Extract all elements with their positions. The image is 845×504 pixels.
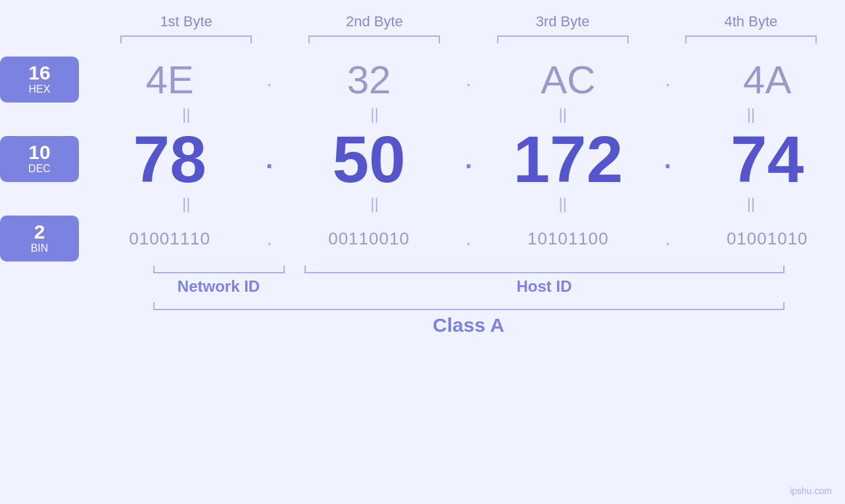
byte1-header: 1st Byte — [120, 13, 252, 30]
dec-row: 10 DEC 78 . 50 . 172 . 74 — [0, 126, 845, 192]
hex-row: 16 HEX 4E . 32 . AC . 4A — [0, 57, 845, 103]
hex-val-1: 4E — [104, 57, 235, 103]
host-id-label: Host ID — [517, 277, 572, 296]
dec-badge-container: 10 DEC — [0, 136, 92, 182]
dec-val-2: 50 — [303, 126, 435, 192]
bin-base-number: 2 — [34, 222, 45, 242]
dec-dot-2: . — [458, 145, 478, 174]
byte2-header: 2nd Byte — [308, 13, 440, 30]
bin-dot-3: . — [658, 227, 677, 250]
class-bracket — [153, 302, 785, 310]
bin-dot-2: . — [458, 227, 478, 250]
dec-dot-1: . — [260, 145, 279, 174]
equals-row-1: || || || || — [0, 106, 845, 122]
eq1-4: || — [685, 106, 817, 122]
hex-values: 4E . 32 . AC . 4A — [92, 57, 845, 103]
byte3-header: 3rd Byte — [497, 13, 629, 30]
hex-val-4: 4A — [702, 57, 833, 103]
bin-val-4: 01001010 — [702, 229, 833, 249]
top-brackets — [0, 35, 845, 43]
eq1-3: || — [497, 106, 629, 122]
class-a-label: Class A — [153, 314, 785, 336]
hex-val-2: 32 — [303, 57, 435, 103]
bracket-groups: Network ID Host ID — [153, 265, 785, 296]
hex-badge: 16 HEX — [0, 57, 79, 103]
eq2-2: || — [308, 196, 440, 212]
eq2-3: || — [497, 196, 629, 212]
byte4-header: 4th Byte — [685, 13, 817, 30]
dec-base-number: 10 — [28, 143, 50, 162]
eq2-1: || — [120, 196, 252, 212]
bracket-top-2 — [308, 35, 440, 43]
bracket-top-1 — [120, 35, 252, 43]
bin-val-2: 00110010 — [303, 229, 435, 249]
dec-val-1: 78 — [104, 126, 235, 192]
bin-values: 01001110 . 00110010 . 10101100 . 0100101… — [92, 227, 845, 250]
hex-badge-container: 16 HEX — [0, 57, 92, 103]
network-id-group: Network ID — [153, 265, 285, 296]
hex-dot-1: . — [260, 68, 279, 91]
hex-val-3: AC — [502, 57, 634, 103]
hex-dot-2: . — [458, 68, 478, 91]
bracket-top-4 — [685, 35, 817, 43]
bracket-top-3 — [497, 35, 629, 43]
eq1-1: || — [120, 106, 252, 122]
dec-val-3: 172 — [502, 126, 634, 192]
dec-values: 78 . 50 . 172 . 74 — [92, 126, 845, 192]
hex-dot-3: . — [658, 68, 677, 91]
bin-row: 2 BIN 01001110 . 00110010 . 10101100 . 0… — [0, 216, 845, 262]
eq2-4: || — [685, 196, 817, 212]
bin-val-1: 01001110 — [104, 229, 235, 249]
bin-val-3: 10101100 — [502, 229, 634, 249]
hex-base-label: HEX — [29, 83, 51, 95]
host-id-bracket — [304, 265, 785, 273]
host-id-group: Host ID — [304, 265, 785, 296]
bin-base-label: BIN — [31, 242, 49, 254]
bin-badge-container: 2 BIN — [0, 216, 92, 262]
bin-badge: 2 BIN — [0, 216, 79, 262]
class-section: Class A — [61, 302, 785, 336]
hex-base-number: 16 — [28, 63, 50, 83]
dec-val-4: 74 — [702, 126, 833, 192]
bin-dot-1: . — [260, 227, 279, 250]
watermark: ipshu.com — [790, 486, 832, 496]
dec-dot-3: . — [658, 145, 677, 174]
dec-base-label: DEC — [28, 162, 51, 175]
dec-badge: 10 DEC — [0, 136, 79, 182]
equals-row-2: || || || || — [0, 196, 845, 212]
bottom-brackets-section: Network ID Host ID — [61, 265, 785, 296]
network-id-bracket — [153, 265, 285, 273]
eq1-2: || — [308, 106, 440, 122]
main-container: 1st Byte 2nd Byte 3rd Byte 4th Byte 16 H… — [0, 0, 845, 504]
byte-headers: 1st Byte 2nd Byte 3rd Byte 4th Byte — [0, 13, 845, 30]
network-id-label: Network ID — [178, 277, 260, 296]
